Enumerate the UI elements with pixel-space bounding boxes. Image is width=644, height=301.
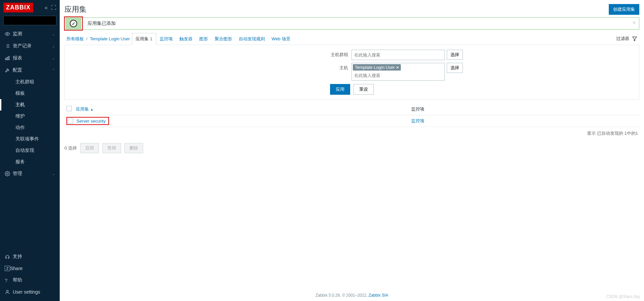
nav-user-settings[interactable]: User settings — [0, 286, 60, 298]
search-input[interactable] — [6, 18, 63, 23]
message-text: 应用集已添加 — [83, 20, 116, 27]
headset-icon — [5, 254, 13, 259]
chart-icon — [5, 55, 13, 61]
reset-filter-button[interactable]: 重设 — [354, 84, 374, 95]
chevron-up-icon: ⌃ — [52, 68, 55, 73]
gear-icon — [5, 171, 13, 176]
nav-sub-services[interactable]: 服务 — [0, 156, 60, 168]
nav-sub-discovery[interactable]: 自动发现 — [0, 145, 60, 156]
nav-label: 帮助 — [13, 277, 55, 283]
host-select-button[interactable]: 选择 — [447, 63, 463, 73]
svg-marker-14 — [633, 37, 637, 41]
nav-label: User settings — [13, 289, 55, 295]
svg-rect-9 — [5, 58, 6, 60]
hostgroup-input[interactable] — [353, 51, 443, 59]
sidebar-search — [0, 14, 60, 28]
tab-web-scenarios[interactable]: Web 场景 — [268, 33, 294, 45]
nav-sub-templates[interactable]: 模板 — [0, 88, 60, 99]
filter-icon — [632, 36, 637, 41]
create-application-button[interactable]: 创建应用集 — [609, 4, 639, 15]
tab-graphs[interactable]: 图形 — [196, 33, 211, 45]
nav-inventory[interactable]: 资产记录 ⌄ — [0, 40, 60, 52]
nav-configuration[interactable]: 配置 ⌃ — [0, 64, 60, 76]
breadcrumb-current[interactable]: Template Login User — [90, 36, 130, 41]
chevron-down-icon: ⌄ — [52, 32, 55, 36]
apply-filter-button[interactable]: 应用 — [330, 84, 350, 95]
wrench-icon — [5, 68, 13, 73]
tabs-row: 所有模板 / Template Login User 应用集1 监控项 触发器 … — [64, 33, 639, 45]
user-icon — [5, 289, 13, 295]
nav-sub-correlation[interactable]: 关联项事件 — [0, 133, 60, 145]
nav-sub-maintenance[interactable]: 维护 — [0, 111, 60, 122]
nav-configuration-sub: 主机群组 模板 主机 维护 动作 关联项事件 自动发现 服务 — [0, 76, 60, 168]
svg-point-13 — [6, 290, 8, 292]
tab-triggers[interactable]: 触发器 — [176, 33, 196, 45]
nav-footer: 支持 Z Share ? 帮助 User settings — [0, 251, 60, 301]
z-icon: Z — [5, 266, 10, 271]
tab-screens[interactable]: 聚合图形 — [211, 33, 235, 45]
close-message-button[interactable]: × — [633, 20, 636, 26]
svg-rect-11 — [8, 56, 9, 60]
nav-monitoring[interactable]: 监测 ⌄ — [0, 28, 60, 40]
collapse-sidebar-icon[interactable]: « — [45, 5, 48, 11]
nav-label: 报表 — [13, 55, 52, 61]
row-checkbox[interactable] — [68, 118, 73, 124]
filter-toggle[interactable]: 过滤器 — [614, 34, 639, 43]
tab-applications[interactable]: 应用集1 — [132, 33, 156, 45]
svg-point-12 — [7, 173, 8, 174]
bulk-disable-button[interactable]: 禁用 — [102, 143, 121, 153]
bulk-actions: 0 选择 启用 禁用 删除 — [64, 143, 639, 153]
nav-main: 监测 ⌄ 资产记录 ⌄ 报表 ⌄ 配置 ⌃ 主机群组 模板 主机 — [0, 28, 60, 251]
nav-label: 监测 — [13, 31, 52, 37]
select-all-checkbox[interactable] — [66, 106, 72, 111]
main-content: 应用集 创建应用集 ✓ 应用集已添加 × 所有模板 / Template Log… — [60, 0, 644, 301]
list-icon — [5, 43, 13, 49]
nav-admin[interactable]: 管理 ⌄ — [0, 168, 60, 180]
hostgroup-multiselect[interactable] — [352, 50, 445, 60]
nav-label: Share — [10, 266, 55, 271]
host-input[interactable] — [353, 72, 443, 79]
host-label: 主机 — [241, 63, 348, 71]
nav-label: 管理 — [13, 171, 52, 177]
hostgroup-label: 主机群组 — [241, 50, 348, 58]
breadcrumb-root[interactable]: 所有模板 — [66, 36, 84, 41]
nav-label: 配置 — [13, 67, 52, 73]
sidebar: ZABBIX « ⛶ 监测 ⌄ 资产记录 ⌄ — [0, 0, 60, 301]
applications-table: 应用集 ▲ 监控项 Server security 监控项 — [64, 103, 639, 127]
remove-tag-icon[interactable]: × — [396, 65, 399, 70]
page-title: 应用集 — [64, 4, 87, 14]
host-multiselect[interactable]: Template Login User × — [352, 63, 445, 81]
row-items-link[interactable]: 监控项 — [411, 118, 424, 123]
nav-share[interactable]: Z Share — [0, 263, 60, 274]
nav-support[interactable]: 支持 — [0, 251, 60, 263]
nav-help[interactable]: ? 帮助 — [0, 274, 60, 286]
table-footer: 显示 已自动发现的 1中的1 — [64, 127, 639, 140]
svg-rect-10 — [7, 57, 8, 60]
check-icon: ✓ — [70, 20, 77, 27]
bulk-enable-button[interactable]: 启用 — [80, 143, 99, 153]
expand-window-icon[interactable]: ⛶ — [51, 5, 56, 11]
logo[interactable]: ZABBIX — [3, 3, 33, 12]
tab-discovery-rules[interactable]: 自动发现规则 — [235, 33, 268, 45]
sort-asc-icon: ▲ — [90, 108, 94, 111]
chevron-down-icon: ⌄ — [52, 172, 55, 176]
page-header: 应用集 创建应用集 — [60, 0, 644, 17]
tab-items[interactable]: 监控项 — [156, 33, 176, 45]
hostgroup-select-button[interactable]: 选择 — [447, 50, 463, 60]
col-header-app[interactable]: 应用集 ▲ — [76, 106, 94, 112]
chevron-down-icon: ⌄ — [52, 56, 55, 60]
page-footer: Zabbix 5.0.26. © 2001–2022, Zabbix SIA — [60, 287, 644, 301]
sidebar-header: ZABBIX « ⛶ — [0, 0, 60, 14]
selected-count: 0 选择 — [64, 145, 77, 151]
nav-sub-hosts[interactable]: 主机 — [0, 99, 60, 111]
bulk-delete-button[interactable]: 删除 — [124, 143, 143, 153]
col-header-items: 监控项 — [409, 103, 639, 115]
footer-link[interactable]: Zabbix SIA — [369, 293, 388, 298]
nav-sub-actions[interactable]: 动作 — [0, 122, 60, 133]
nav-sub-hostgroups[interactable]: 主机群组 — [0, 76, 60, 88]
nav-label: 资产记录 — [13, 43, 52, 49]
nav-reports[interactable]: 报表 ⌄ — [0, 52, 60, 64]
success-message: ✓ 应用集已添加 × — [64, 17, 639, 30]
application-link[interactable]: Server security — [76, 119, 106, 124]
eye-icon — [5, 31, 13, 37]
